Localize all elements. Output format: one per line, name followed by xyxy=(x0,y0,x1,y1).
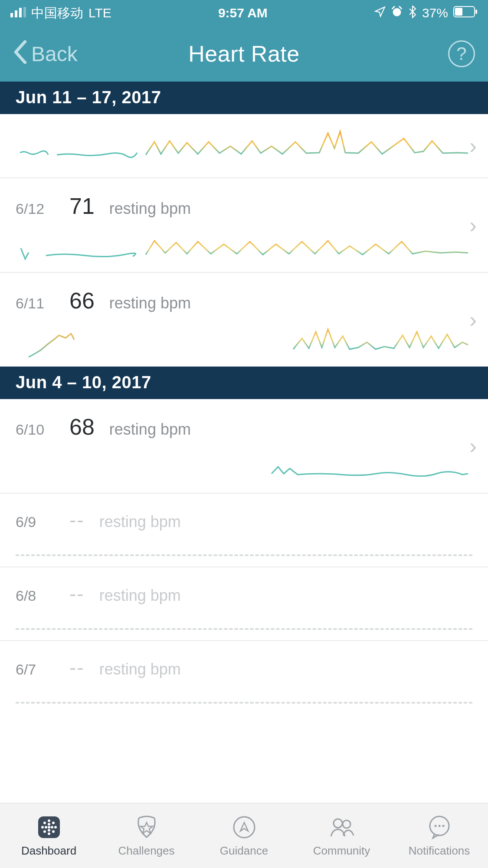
tab-bar: Dashboard Challenges Guidance Community … xyxy=(0,803,488,868)
tab-label: Dashboard xyxy=(21,844,76,858)
svg-point-23 xyxy=(334,819,342,828)
chevron-left-icon xyxy=(13,40,28,68)
svg-point-19 xyxy=(48,829,50,832)
day-row[interactable]: 6/12 71 resting bpm › xyxy=(0,178,488,272)
unit-label: resting bpm xyxy=(109,420,191,439)
svg-rect-6 xyxy=(455,8,462,16)
tab-label: Guidance xyxy=(220,844,268,858)
people-icon xyxy=(328,814,355,841)
day-row[interactable]: 6/9 -- resting bpm xyxy=(0,494,488,556)
date-label: 6/7 xyxy=(16,661,55,678)
date-label: 6/12 xyxy=(16,200,55,217)
svg-rect-7 xyxy=(475,10,477,14)
battery-icon xyxy=(453,6,478,20)
svg-point-12 xyxy=(54,826,57,829)
day-row[interactable]: › xyxy=(0,114,488,177)
svg-point-18 xyxy=(48,823,50,825)
svg-point-4 xyxy=(393,8,401,16)
alarm-icon xyxy=(391,6,403,21)
status-bar: 中国移动 LTE 9:57 AM 37% xyxy=(0,0,488,26)
resting-bpm-value: 68 xyxy=(69,414,95,440)
sparkline xyxy=(16,319,472,367)
no-data-line xyxy=(16,554,472,556)
carrier-label: 中国移动 xyxy=(31,4,83,22)
back-label: Back xyxy=(31,42,78,66)
date-label: 6/9 xyxy=(16,514,55,531)
svg-point-28 xyxy=(442,825,444,827)
svg-point-26 xyxy=(434,825,436,827)
no-data-line xyxy=(16,628,472,630)
unit-label: resting bpm xyxy=(109,294,191,312)
sparkline xyxy=(16,124,472,172)
sparkline xyxy=(16,224,472,272)
tab-challenges[interactable]: Challenges xyxy=(98,803,195,868)
resting-bpm-value: 71 xyxy=(69,193,95,219)
tab-guidance[interactable]: Guidance xyxy=(195,803,293,868)
unit-label: resting bpm xyxy=(109,200,191,218)
svg-point-11 xyxy=(41,826,44,829)
svg-point-17 xyxy=(52,830,55,833)
tab-label: Notifications xyxy=(409,844,470,858)
date-label: 6/8 xyxy=(16,587,55,604)
sparkline xyxy=(16,445,472,493)
svg-point-16 xyxy=(43,830,46,833)
date-label: 6/10 xyxy=(16,421,55,438)
svg-rect-3 xyxy=(23,7,26,17)
clock: 9:57 AM xyxy=(218,6,268,20)
svg-rect-0 xyxy=(10,13,13,17)
svg-point-10 xyxy=(48,832,50,835)
star-badge-icon xyxy=(133,814,160,841)
date-label: 6/11 xyxy=(16,295,55,312)
resting-bpm-value: -- xyxy=(69,508,85,532)
svg-point-20 xyxy=(45,826,47,829)
tab-dashboard[interactable]: Dashboard xyxy=(0,803,98,868)
tab-notifications[interactable]: Notifications xyxy=(390,803,488,868)
compass-icon xyxy=(231,814,258,841)
back-button[interactable]: Back xyxy=(13,40,78,68)
svg-point-21 xyxy=(51,826,53,829)
day-row[interactable]: 6/11 66 resting bpm › xyxy=(0,273,488,367)
resting-bpm-value: -- xyxy=(69,582,85,606)
location-icon xyxy=(374,6,386,20)
battery-percent: 37% xyxy=(422,6,448,20)
day-row[interactable]: 6/7 -- resting bpm xyxy=(0,641,488,704)
network-label: LTE xyxy=(88,6,111,20)
resting-bpm-value: 66 xyxy=(69,288,95,314)
svg-point-9 xyxy=(48,819,50,822)
svg-rect-1 xyxy=(15,10,17,17)
svg-point-13 xyxy=(48,826,50,829)
bluetooth-icon xyxy=(408,5,417,21)
tab-label: Community xyxy=(313,844,370,858)
section-header: Jun 4 – 10, 2017 xyxy=(0,367,488,399)
no-data-line xyxy=(16,702,472,704)
tab-community[interactable]: Community xyxy=(293,803,390,868)
svg-point-14 xyxy=(43,822,46,824)
chat-icon xyxy=(426,814,453,841)
help-button[interactable]: ? xyxy=(448,40,475,67)
section-header: Jun 11 – 17, 2017 xyxy=(0,82,488,114)
day-row[interactable]: 6/10 68 resting bpm › xyxy=(0,399,488,493)
svg-point-22 xyxy=(234,817,255,838)
nav-bar: Back Heart Rate ? xyxy=(0,26,488,82)
tab-label: Challenges xyxy=(118,844,174,858)
svg-point-27 xyxy=(438,825,440,827)
unit-label: resting bpm xyxy=(99,513,181,531)
dashboard-icon xyxy=(36,814,62,841)
resting-bpm-value: -- xyxy=(69,656,85,679)
day-row[interactable]: 6/8 -- resting bpm xyxy=(0,567,488,630)
help-icon: ? xyxy=(456,43,466,64)
unit-label: resting bpm xyxy=(99,586,181,605)
svg-point-24 xyxy=(343,820,350,828)
signal-icon xyxy=(10,6,26,20)
unit-label: resting bpm xyxy=(99,660,181,678)
svg-point-15 xyxy=(52,822,55,824)
svg-rect-2 xyxy=(19,8,22,17)
